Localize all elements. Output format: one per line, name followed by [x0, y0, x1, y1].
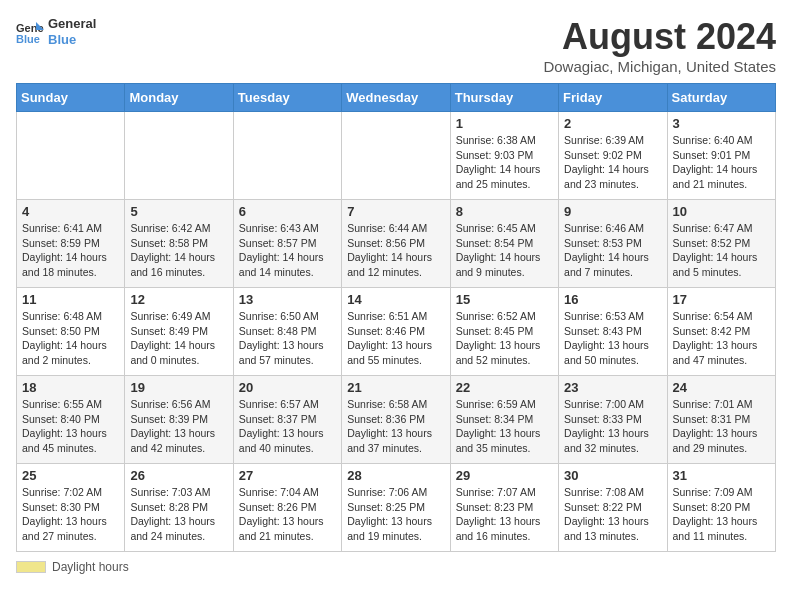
calendar-cell: 20Sunrise: 6:57 AMSunset: 8:37 PMDayligh…	[233, 376, 341, 464]
day-info: Sunrise: 6:43 AMSunset: 8:57 PMDaylight:…	[239, 221, 336, 280]
day-number: 30	[564, 468, 661, 483]
calendar-week-2: 11Sunrise: 6:48 AMSunset: 8:50 PMDayligh…	[17, 288, 776, 376]
day-info: Sunrise: 6:54 AMSunset: 8:42 PMDaylight:…	[673, 309, 770, 368]
calendar-body: 1Sunrise: 6:38 AMSunset: 9:03 PMDaylight…	[17, 112, 776, 552]
day-number: 7	[347, 204, 444, 219]
calendar-cell: 13Sunrise: 6:50 AMSunset: 8:48 PMDayligh…	[233, 288, 341, 376]
day-info: Sunrise: 7:08 AMSunset: 8:22 PMDaylight:…	[564, 485, 661, 544]
page-header: General Blue General Blue August 2024 Do…	[16, 16, 776, 75]
calendar-cell: 19Sunrise: 6:56 AMSunset: 8:39 PMDayligh…	[125, 376, 233, 464]
calendar-cell: 3Sunrise: 6:40 AMSunset: 9:01 PMDaylight…	[667, 112, 775, 200]
calendar-cell: 15Sunrise: 6:52 AMSunset: 8:45 PMDayligh…	[450, 288, 558, 376]
day-number: 10	[673, 204, 770, 219]
day-info: Sunrise: 7:06 AMSunset: 8:25 PMDaylight:…	[347, 485, 444, 544]
page-subtitle: Dowagiac, Michigan, United States	[543, 58, 776, 75]
day-info: Sunrise: 6:55 AMSunset: 8:40 PMDaylight:…	[22, 397, 119, 456]
day-number: 11	[22, 292, 119, 307]
day-info: Sunrise: 7:09 AMSunset: 8:20 PMDaylight:…	[673, 485, 770, 544]
day-info: Sunrise: 6:46 AMSunset: 8:53 PMDaylight:…	[564, 221, 661, 280]
day-number: 28	[347, 468, 444, 483]
day-number: 1	[456, 116, 553, 131]
day-info: Sunrise: 7:02 AMSunset: 8:30 PMDaylight:…	[22, 485, 119, 544]
day-info: Sunrise: 7:04 AMSunset: 8:26 PMDaylight:…	[239, 485, 336, 544]
day-number: 20	[239, 380, 336, 395]
day-number: 26	[130, 468, 227, 483]
calendar-cell: 1Sunrise: 6:38 AMSunset: 9:03 PMDaylight…	[450, 112, 558, 200]
calendar-cell: 9Sunrise: 6:46 AMSunset: 8:53 PMDaylight…	[559, 200, 667, 288]
day-info: Sunrise: 6:47 AMSunset: 8:52 PMDaylight:…	[673, 221, 770, 280]
day-info: Sunrise: 7:07 AMSunset: 8:23 PMDaylight:…	[456, 485, 553, 544]
calendar-cell: 23Sunrise: 7:00 AMSunset: 8:33 PMDayligh…	[559, 376, 667, 464]
day-number: 13	[239, 292, 336, 307]
header-row: Sunday Monday Tuesday Wednesday Thursday…	[17, 84, 776, 112]
calendar-cell: 5Sunrise: 6:42 AMSunset: 8:58 PMDaylight…	[125, 200, 233, 288]
day-info: Sunrise: 7:01 AMSunset: 8:31 PMDaylight:…	[673, 397, 770, 456]
day-number: 9	[564, 204, 661, 219]
day-info: Sunrise: 7:03 AMSunset: 8:28 PMDaylight:…	[130, 485, 227, 544]
day-number: 18	[22, 380, 119, 395]
day-number: 24	[673, 380, 770, 395]
col-saturday: Saturday	[667, 84, 775, 112]
logo: General Blue General Blue	[16, 16, 96, 47]
day-info: Sunrise: 6:39 AMSunset: 9:02 PMDaylight:…	[564, 133, 661, 192]
day-number: 29	[456, 468, 553, 483]
day-info: Sunrise: 6:49 AMSunset: 8:49 PMDaylight:…	[130, 309, 227, 368]
day-number: 12	[130, 292, 227, 307]
day-number: 25	[22, 468, 119, 483]
day-number: 5	[130, 204, 227, 219]
legend-label: Daylight hours	[52, 560, 129, 574]
calendar-cell: 12Sunrise: 6:49 AMSunset: 8:49 PMDayligh…	[125, 288, 233, 376]
col-wednesday: Wednesday	[342, 84, 450, 112]
calendar-cell: 14Sunrise: 6:51 AMSunset: 8:46 PMDayligh…	[342, 288, 450, 376]
day-number: 6	[239, 204, 336, 219]
day-number: 19	[130, 380, 227, 395]
logo-text-general: General	[48, 16, 96, 32]
col-friday: Friday	[559, 84, 667, 112]
day-number: 2	[564, 116, 661, 131]
legend: Daylight hours	[16, 560, 776, 574]
calendar-cell: 10Sunrise: 6:47 AMSunset: 8:52 PMDayligh…	[667, 200, 775, 288]
day-number: 21	[347, 380, 444, 395]
day-number: 8	[456, 204, 553, 219]
calendar-cell	[125, 112, 233, 200]
calendar-cell: 27Sunrise: 7:04 AMSunset: 8:26 PMDayligh…	[233, 464, 341, 552]
calendar-week-4: 25Sunrise: 7:02 AMSunset: 8:30 PMDayligh…	[17, 464, 776, 552]
calendar-cell: 8Sunrise: 6:45 AMSunset: 8:54 PMDaylight…	[450, 200, 558, 288]
day-number: 4	[22, 204, 119, 219]
day-info: Sunrise: 6:45 AMSunset: 8:54 PMDaylight:…	[456, 221, 553, 280]
day-info: Sunrise: 6:38 AMSunset: 9:03 PMDaylight:…	[456, 133, 553, 192]
day-number: 15	[456, 292, 553, 307]
svg-text:Blue: Blue	[16, 33, 40, 44]
calendar-cell: 24Sunrise: 7:01 AMSunset: 8:31 PMDayligh…	[667, 376, 775, 464]
col-monday: Monday	[125, 84, 233, 112]
day-number: 22	[456, 380, 553, 395]
calendar-cell: 7Sunrise: 6:44 AMSunset: 8:56 PMDaylight…	[342, 200, 450, 288]
day-info: Sunrise: 6:50 AMSunset: 8:48 PMDaylight:…	[239, 309, 336, 368]
calendar-cell	[342, 112, 450, 200]
calendar-cell: 11Sunrise: 6:48 AMSunset: 8:50 PMDayligh…	[17, 288, 125, 376]
logo-text-blue: Blue	[48, 32, 96, 48]
day-number: 3	[673, 116, 770, 131]
legend-color-box	[16, 561, 46, 573]
day-info: Sunrise: 6:52 AMSunset: 8:45 PMDaylight:…	[456, 309, 553, 368]
day-number: 23	[564, 380, 661, 395]
calendar-cell: 2Sunrise: 6:39 AMSunset: 9:02 PMDaylight…	[559, 112, 667, 200]
day-info: Sunrise: 7:00 AMSunset: 8:33 PMDaylight:…	[564, 397, 661, 456]
calendar-cell: 17Sunrise: 6:54 AMSunset: 8:42 PMDayligh…	[667, 288, 775, 376]
day-number: 31	[673, 468, 770, 483]
day-info: Sunrise: 6:59 AMSunset: 8:34 PMDaylight:…	[456, 397, 553, 456]
calendar-cell: 25Sunrise: 7:02 AMSunset: 8:30 PMDayligh…	[17, 464, 125, 552]
page-title: August 2024	[543, 16, 776, 58]
calendar-week-3: 18Sunrise: 6:55 AMSunset: 8:40 PMDayligh…	[17, 376, 776, 464]
day-info: Sunrise: 6:42 AMSunset: 8:58 PMDaylight:…	[130, 221, 227, 280]
calendar-cell	[17, 112, 125, 200]
day-number: 14	[347, 292, 444, 307]
calendar-cell: 4Sunrise: 6:41 AMSunset: 8:59 PMDaylight…	[17, 200, 125, 288]
calendar-table: Sunday Monday Tuesday Wednesday Thursday…	[16, 83, 776, 552]
col-tuesday: Tuesday	[233, 84, 341, 112]
day-info: Sunrise: 6:57 AMSunset: 8:37 PMDaylight:…	[239, 397, 336, 456]
title-block: August 2024 Dowagiac, Michigan, United S…	[543, 16, 776, 75]
day-number: 27	[239, 468, 336, 483]
calendar-cell: 31Sunrise: 7:09 AMSunset: 8:20 PMDayligh…	[667, 464, 775, 552]
calendar-cell	[233, 112, 341, 200]
